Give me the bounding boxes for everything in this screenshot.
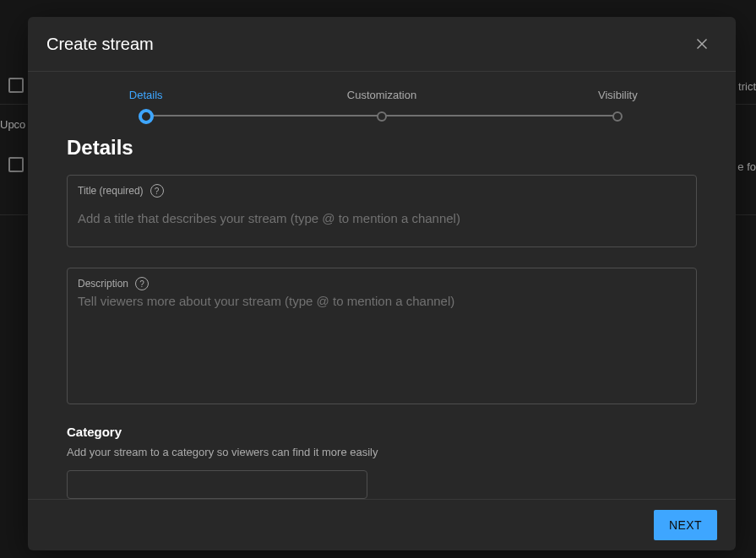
- title-input-group[interactable]: Title (required) ?: [67, 175, 697, 247]
- description-input-group[interactable]: Description ?: [67, 268, 697, 404]
- step-details-label: Details: [129, 89, 163, 101]
- step-circle-active: [139, 109, 154, 124]
- description-input[interactable]: [78, 294, 686, 366]
- help-icon[interactable]: ?: [135, 277, 149, 290]
- stepper-line-2: [383, 115, 619, 116]
- description-label: Description: [78, 278, 128, 290]
- next-button[interactable]: NEXT: [654, 510, 717, 540]
- stepper-line-1: [146, 115, 383, 116]
- step-visibility-label: Visibility: [598, 89, 638, 101]
- category-description: Add your stream to a category so viewers…: [67, 446, 697, 458]
- modal-body[interactable]: Details Title (required) ? Description ?…: [28, 131, 736, 499]
- help-icon[interactable]: ?: [150, 184, 164, 198]
- create-stream-modal: Create stream Details Customization Visi…: [28, 17, 736, 550]
- details-heading: Details: [67, 136, 697, 160]
- stepper: Details Customization Visibility: [28, 72, 736, 131]
- step-details[interactable]: Details: [28, 89, 264, 124]
- category-select[interactable]: [67, 470, 367, 499]
- title-label: Title (required): [78, 185, 144, 197]
- bg-text-right2: e fo: [737, 160, 756, 173]
- category-heading: Category: [67, 425, 697, 439]
- modal-title: Create stream: [46, 35, 154, 54]
- step-visibility[interactable]: Visibility: [500, 89, 736, 122]
- bg-text-right1: trict: [738, 80, 756, 93]
- bg-checkbox-2[interactable]: [8, 157, 24, 172]
- modal-footer: NEXT: [28, 499, 736, 550]
- upcoming-label: Upco: [0, 118, 25, 131]
- close-button[interactable]: [687, 29, 717, 59]
- bg-checkbox[interactable]: [8, 78, 24, 93]
- step-circle: [612, 111, 623, 122]
- step-customization-label: Customization: [347, 89, 416, 101]
- step-customization[interactable]: Customization: [264, 89, 499, 122]
- step-circle: [377, 111, 387, 122]
- title-input[interactable]: [78, 201, 686, 235]
- close-icon: [693, 35, 711, 53]
- modal-header: Create stream: [28, 17, 736, 72]
